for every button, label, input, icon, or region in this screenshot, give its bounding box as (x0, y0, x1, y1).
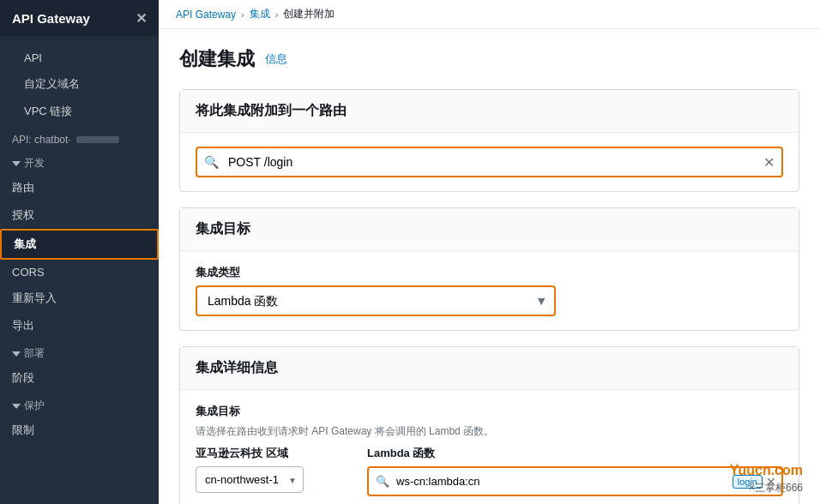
sidebar-group-deploy: 部署 (0, 339, 159, 364)
breadcrumb-sep-1: › (241, 9, 244, 20)
sidebar-item-stage[interactable]: 阶段 (0, 364, 159, 392)
section-details-header: 集成详细信息 (180, 347, 799, 390)
sidebar-group-protect: 保护 (0, 392, 159, 417)
sidebar-item-api[interactable]: API (12, 45, 147, 70)
section-target-header: 集成目标 (180, 208, 799, 251)
section-target: 集成目标 集成类型 Lambda 函数 HTTP URI 私有资源 模拟 ▼ (179, 207, 799, 331)
sidebar-item-export[interactable]: 导出 (0, 312, 159, 339)
integration-type-select[interactable]: Lambda 函数 HTTP URI 私有资源 模拟 (196, 285, 556, 316)
region-select[interactable]: cn-northwest-1 cn-north-1 us-east-1 (196, 466, 304, 493)
sidebar-api-label: API: chatbot· (0, 127, 159, 149)
api-bar (76, 136, 119, 143)
sidebar-title: API Gateway (12, 11, 90, 26)
expand-icon-protect (12, 404, 21, 409)
lambda-search-icon: 🔍 (376, 475, 389, 488)
sidebar-item-integration[interactable]: 集成 (0, 229, 159, 260)
details-target-desc: 请选择在路由收到请求时 API Gateway 将会调用的 Lambd 函数。 (196, 424, 783, 439)
watermark-sub: ×三掌柜666 (749, 481, 803, 495)
breadcrumb-current: 创建并附加 (283, 7, 335, 21)
section-target-body: 集成类型 Lambda 函数 HTTP URI 私有资源 模拟 ▼ (180, 251, 799, 330)
sidebar-top-nav: API 自定义域名 VPC 链接 (0, 37, 159, 127)
search-icon: 🔍 (204, 155, 219, 169)
lambda-label: Lambda 函数 (367, 446, 783, 461)
route-search-wrapper: 🔍 ✕ (196, 147, 783, 177)
details-form-row: 亚马逊云科技 区域 cn-northwest-1 cn-north-1 us-e… (196, 446, 783, 496)
sidebar-header: API Gateway ✕ (0, 0, 159, 37)
region-select-wrapper: cn-northwest-1 cn-north-1 us-east-1 ▼ (196, 466, 304, 493)
info-link[interactable]: 信息 (265, 51, 287, 67)
page-content: 创建集成 信息 将此集成附加到一个路由 🔍 ✕ 集成目标 集成类型 Lambd (159, 29, 820, 504)
details-target-label: 集成目标 (196, 404, 783, 419)
sidebar-group-dev: 开发 (0, 149, 159, 174)
integration-type-label: 集成类型 (196, 265, 783, 280)
sidebar-item-vpc-link[interactable]: VPC 链接 (12, 98, 147, 125)
route-search-clear-button[interactable]: ✕ (763, 154, 775, 171)
lambda-col: Lambda 函数 🔍 login ✕ (367, 446, 783, 496)
region-col: 亚马逊云科技 区域 cn-northwest-1 cn-north-1 us-e… (196, 446, 350, 493)
lambda-search-input[interactable] (367, 466, 783, 496)
breadcrumb-sep-2: › (275, 9, 279, 20)
integration-type-select-wrapper: Lambda 函数 HTTP URI 私有资源 模拟 ▼ (196, 285, 556, 316)
section-route: 将此集成附加到一个路由 🔍 ✕ (179, 89, 799, 192)
section-details: 集成详细信息 集成目标 请选择在路由收到请求时 API Gateway 将会调用… (179, 346, 799, 504)
sidebar-item-reimport[interactable]: 重新导入 (0, 285, 159, 312)
sidebar: API Gateway ✕ API 自定义域名 VPC 链接 API: chat… (0, 0, 159, 504)
sidebar-item-limit[interactable]: 限制 (0, 417, 159, 444)
section-details-body: 集成目标 请选择在路由收到请求时 API Gateway 将会调用的 Lambd… (180, 390, 799, 504)
breadcrumb-api-gateway[interactable]: API Gateway (176, 9, 236, 21)
close-icon[interactable]: ✕ (136, 10, 147, 27)
sidebar-item-custom-domain[interactable]: 自定义域名 (12, 70, 147, 98)
page-title: 创建集成 (179, 46, 255, 72)
main-content: API Gateway › 集成 › 创建并附加 创建集成 信息 将此集成附加到… (159, 0, 820, 504)
section-route-header: 将此集成附加到一个路由 (180, 90, 799, 133)
page-title-row: 创建集成 信息 (179, 46, 799, 72)
lambda-search-wrapper: 🔍 login ✕ (367, 466, 783, 496)
breadcrumb: API Gateway › 集成 › 创建并附加 (159, 0, 820, 29)
watermark-site: Yuucn.com (730, 463, 803, 478)
sidebar-item-routes[interactable]: 路由 (0, 174, 159, 201)
breadcrumb-integration[interactable]: 集成 (250, 7, 270, 21)
expand-icon-deploy (12, 351, 21, 357)
sidebar-item-cors[interactable]: CORS (0, 260, 159, 285)
expand-icon (12, 161, 21, 166)
route-search-input[interactable] (196, 147, 783, 177)
region-label: 亚马逊云科技 区域 (196, 446, 350, 461)
sidebar-item-auth[interactable]: 授权 (0, 201, 159, 229)
section-route-body: 🔍 ✕ (180, 133, 799, 191)
